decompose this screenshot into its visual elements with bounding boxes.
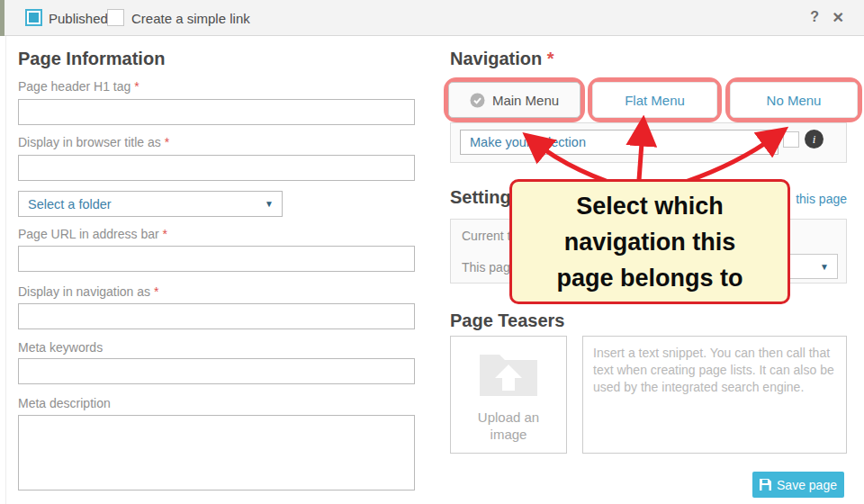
- tab-label: No Menu: [767, 93, 822, 108]
- tab-main-menu[interactable]: Main Menu: [448, 82, 580, 118]
- tab-label: Flat Menu: [625, 93, 685, 108]
- navigation-option-checkbox[interactable]: [783, 131, 799, 148]
- required-marker: *: [163, 227, 167, 241]
- page-editor-dialog: Published Create a simple link ? ✕ Page …: [0, 0, 864, 504]
- close-icon[interactable]: ✕: [832, 9, 844, 26]
- callout-line: page belongs to: [556, 260, 742, 296]
- help-icon[interactable]: ?: [810, 9, 819, 25]
- nav-display-input[interactable]: [18, 303, 415, 329]
- simple-link-checkbox[interactable]: [107, 9, 124, 26]
- page-teasers-title: Page Teasers: [450, 310, 565, 331]
- meta-keywords-label: Meta keywords: [18, 340, 103, 355]
- highlight-ring-main-menu: Main Menu: [444, 77, 585, 122]
- simple-link-label: Create a simple link: [131, 11, 250, 26]
- accent-strip: [0, 0, 4, 36]
- folder-select[interactable]: Select a folder ▼: [18, 191, 283, 217]
- chevron-down-icon: ▼: [820, 262, 829, 272]
- upload-label-line2: image: [451, 426, 566, 443]
- top-bar: Published Create a simple link ? ✕: [0, 0, 864, 36]
- annotation-callout: Select which navigation this page belong…: [509, 179, 790, 304]
- save-floppy-icon: [760, 479, 771, 490]
- required-marker: *: [134, 79, 139, 94]
- meta-keywords-input[interactable]: [18, 358, 415, 384]
- required-marker: *: [165, 135, 169, 149]
- callout-line: Select which: [576, 188, 724, 224]
- upload-folder-icon: [477, 347, 540, 398]
- left-divider: [5, 36, 6, 504]
- info-icon[interactable]: i: [805, 130, 824, 148]
- tab-flat-menu[interactable]: Flat Menu: [592, 82, 717, 118]
- nav-display-label: Display in navigation as *: [18, 284, 158, 299]
- upload-label-line1: Upload an: [451, 409, 566, 426]
- page-information-title: Page Information: [18, 49, 165, 69]
- teaser-snippet-textarea[interactable]: [582, 336, 847, 454]
- navigation-title: Navigation *: [450, 49, 554, 69]
- h1-input[interactable]: [18, 99, 415, 125]
- required-marker: *: [154, 284, 158, 299]
- meta-description-textarea[interactable]: [18, 415, 415, 490]
- chevron-down-icon: ▼: [760, 138, 770, 148]
- tab-label: Main Menu: [492, 93, 559, 108]
- url-label: Page URL in address bar *: [18, 227, 167, 241]
- menu-selection-select[interactable]: Make your selection ▼: [460, 130, 778, 155]
- callout-line: navigation this: [564, 224, 736, 260]
- save-page-label: Save page: [777, 478, 837, 492]
- published-checkbox[interactable]: [25, 9, 42, 26]
- published-label: Published: [49, 11, 108, 26]
- chevron-down-icon: ▼: [265, 199, 274, 209]
- highlight-ring-flat-menu: Flat Menu: [588, 77, 722, 122]
- tab-no-menu[interactable]: No Menu: [730, 82, 858, 118]
- save-page-button[interactable]: Save page: [752, 472, 844, 498]
- checkbox-fill-icon: [29, 13, 39, 22]
- browser-title-label: Display in browser title as *: [18, 135, 169, 149]
- navigation-panel: Make your selection ▼ i: [450, 122, 847, 163]
- check-circle-icon: [470, 93, 485, 108]
- url-input[interactable]: [18, 246, 415, 272]
- h1-label: Page header H1 tag *: [18, 79, 140, 94]
- folder-select-value: Select a folder: [28, 197, 112, 212]
- highlight-ring-no-menu: No Menu: [725, 77, 862, 122]
- upload-image-button[interactable]: Upload an image: [450, 336, 567, 454]
- menu-selection-value: Make your selection: [470, 135, 586, 149]
- required-marker: *: [547, 49, 554, 68]
- browser-title-input[interactable]: [18, 155, 415, 181]
- meta-description-label: Meta description: [18, 396, 111, 410]
- this-page-link[interactable]: this page: [796, 192, 847, 206]
